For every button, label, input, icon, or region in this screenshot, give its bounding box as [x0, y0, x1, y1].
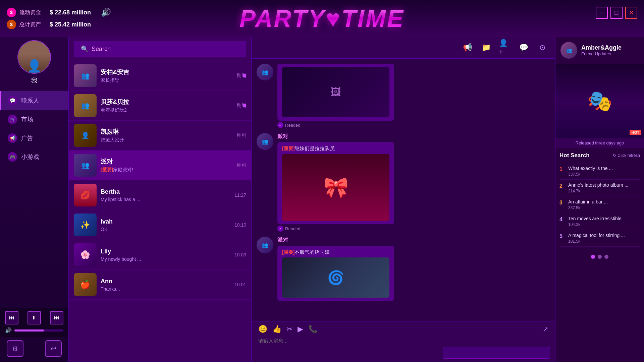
input-toolbar: 😊 👍 ✂ ▶ 📞 ⤢ [257, 325, 550, 334]
contact-party[interactable]: 👥 派对 [重要]家庭派对! 刚刚 [69, 150, 251, 180]
games-icon: 🎮 [8, 152, 17, 162]
read-label-1: Readed [285, 123, 301, 128]
liquid-value: $ 22.68 million [50, 9, 91, 16]
emoji-button[interactable]: 😊 [258, 325, 267, 334]
phone-button[interactable]: 📞 [308, 325, 317, 334]
contact-time: 11:27 [234, 192, 246, 198]
next-button[interactable]: ⏭ [50, 311, 63, 324]
friend-updates-label: Friend Updates [581, 51, 622, 56]
nav-ads[interactable]: 📢 广告 [0, 129, 68, 147]
volume-slider[interactable] [14, 329, 63, 331]
msg-content-2: 派对 [重要]继妹们是拉拉队员 🎀 ✓ Readed [277, 133, 550, 232]
msg-avatar-party3: 👥 [257, 237, 273, 253]
market-icon: 🛒 [8, 115, 17, 124]
contact-ivah[interactable]: ✨ Ivah OK. 10:10 [69, 210, 251, 240]
game-title: PARTY♥TIME [239, 5, 405, 32]
contacts-icon: 💬 [8, 96, 17, 105]
contact-avatar-ivah: ✨ [74, 214, 97, 236]
expand-button[interactable]: ⤢ [543, 325, 548, 333]
games-label: 小游戏 [21, 153, 39, 161]
nav-games[interactable]: 🎮 小游戏 [0, 147, 68, 166]
send-button-area[interactable] [443, 347, 550, 359]
message-group-3: 👥 派对 [重要]不服气的继阿姨 🌀 [257, 237, 550, 301]
close-button[interactable]: ✕ [625, 7, 637, 19]
volume-speaker-icon: 🔊 [5, 327, 12, 334]
contact-time: 10:01 [234, 282, 246, 287]
scissors-button[interactable]: ✂ [286, 325, 292, 334]
refresh-button[interactable]: ↻ Click refresh [613, 153, 640, 158]
read-status-1: ✓ Readed [277, 122, 550, 128]
contact-kaselin[interactable]: 👤 凯瑟琳 把腿大岔开 刚刚 [69, 121, 251, 150]
contact-bertha[interactable]: 💋 Bertha My lipstick has a ... 11:27 [69, 180, 251, 210]
friend-avatar: 👥 [560, 42, 577, 59]
carousel-dots [555, 251, 644, 263]
search-bar[interactable]: 🔍 Search [74, 41, 246, 57]
speaker-toolbar-icon[interactable]: 📢 [461, 42, 473, 54]
hot-item-text-4: Ten moves are irresistible 104.2k [568, 216, 640, 227]
volume-icon[interactable]: 🔊 [101, 8, 111, 17]
nav-market[interactable]: 🛒 市场 [0, 110, 68, 129]
contact-dot [243, 104, 246, 107]
nav-contacts[interactable]: 💬 联系人 [0, 91, 68, 110]
message-input[interactable] [257, 336, 550, 345]
contact-avatar-kaselin: 👤 [74, 124, 97, 147]
send-bar [257, 345, 550, 359]
add-contact-toolbar-icon[interactable]: 👤+ [499, 42, 511, 54]
contact-preview: 家长指导 [101, 77, 233, 83]
contact-preview: [重要]家庭派对! [101, 167, 233, 173]
hot-item-1[interactable]: 1 What exactly is the ... 337.5k [559, 163, 640, 180]
folder-toolbar-icon[interactable]: 📁 [480, 42, 492, 54]
liquid-row: $ 流动资金 $ 22.68 million 🔊 [7, 8, 111, 17]
contact-info-party: 派对 [重要]家庭派对! [101, 158, 233, 173]
msg-sender-2: 派对 [277, 133, 550, 140]
contact-avatar-bersha: 👥 [74, 94, 97, 117]
contact-name: 安柏&安吉 [101, 68, 233, 76]
ads-label: 广告 [21, 134, 33, 142]
chat-messages: 👥 🖼 ✓ Readed 👥 派对 [252, 59, 555, 321]
hot-item-title-2: Annie's latest photo album ... [568, 182, 640, 188]
maximize-button[interactable]: □ [610, 7, 623, 19]
hot-item-title-5: A magical tool for stirring ... [568, 233, 640, 238]
market-label: 市场 [21, 115, 33, 123]
pause-button[interactable]: ⏸ [28, 311, 41, 324]
contact-avatar-party: 👥 [74, 154, 97, 177]
ads-icon: 📢 [8, 133, 17, 143]
contact-bersha-bella[interactable]: 👥 贝莎&贝拉 看着挺好玩2 刚刚 [69, 91, 251, 121]
msg-avatar-party2: 👥 [257, 133, 273, 150]
dot-3[interactable] [604, 255, 608, 259]
chat-toolbar-icon[interactable]: 💬 [518, 42, 530, 54]
hot-search-header: Hot Search ↻ Click refresh [559, 152, 640, 159]
hot-item-2[interactable]: 2 Annie's latest photo album ... 214.7k [559, 180, 640, 196]
settings-button[interactable]: ⚙ [7, 340, 23, 357]
contact-dot [243, 74, 246, 77]
hot-search-section: Hot Search ↻ Click refresh 1 What exactl… [555, 148, 644, 251]
title-area: PARTY♥TIME [239, 0, 405, 37]
msg-content-3: 派对 [重要]不服气的继阿姨 🌀 [277, 237, 550, 301]
contact-ann[interactable]: 🍎 Ann Thanks... 10:01 [69, 270, 251, 300]
like-button[interactable]: 👍 [272, 325, 281, 334]
main-layout: 👤 我 💬 联系人 🛒 市场 📢 广告 🎮 小游戏 ⏮ ⏸ ⏭ � [0, 37, 644, 362]
hot-item-count-3: 337.5k [568, 205, 640, 210]
video-button[interactable]: ▶ [298, 325, 303, 334]
contact-time: 刚刚 [237, 162, 246, 168]
hot-rank-1: 1 [559, 166, 565, 172]
minimize-button[interactable]: ─ [596, 7, 608, 19]
contact-list: 🔍 Search 👥 安柏&安吉 家长指导 刚刚 👥 贝莎&贝拉 看着挺好玩2 … [69, 37, 252, 362]
contact-lily[interactable]: 🌸 Lily My newly bought ... 10:03 [69, 240, 251, 270]
back-button[interactable]: ↩ [45, 340, 62, 357]
hot-item-3[interactable]: 3 An affair in a bar ... 337.5k [559, 196, 640, 213]
search-placeholder: Search [92, 46, 111, 53]
dot-1[interactable] [591, 255, 595, 259]
dot-2[interactable] [598, 255, 602, 259]
player-controls: ⏮ ⏸ ⏭ 🔊 [0, 308, 68, 337]
friend-preview-image[interactable]: 🎭 HOT [555, 64, 644, 138]
hot-item-4[interactable]: 4 Ten moves are irresistible 104.2k [559, 213, 640, 230]
contact-amber-aggie[interactable]: 👥 安柏&安吉 家长指导 刚刚 [69, 61, 251, 91]
contact-info-bersha: 贝莎&贝拉 看着挺好玩2 [101, 98, 233, 113]
prev-button[interactable]: ⏮ [5, 311, 18, 324]
contact-info-kaselin: 凯瑟琳 把腿大岔开 [101, 128, 233, 143]
contact-time: 10:10 [234, 222, 246, 228]
volume-fill [14, 329, 44, 331]
settings-toolbar-icon[interactable]: ⊙ [536, 42, 548, 54]
hot-item-5[interactable]: 5 A magical tool for stirring ... 101.5k [559, 230, 640, 247]
